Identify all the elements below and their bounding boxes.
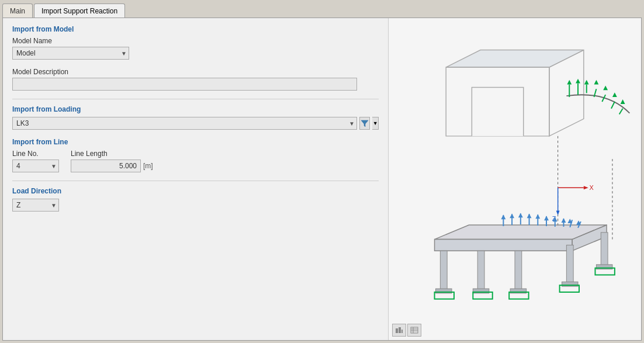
model-name-label: Model Name: [12, 37, 379, 45]
line-no-group: Line No. 4 ▼: [12, 150, 59, 172]
filter-button[interactable]: [359, 117, 370, 130]
filter-icon: [361, 119, 369, 127]
svg-rect-59: [477, 251, 484, 291]
tab-import-support[interactable]: Import Support Reaction: [34, 4, 125, 18]
table-icon: [410, 327, 418, 334]
load-direction-label: Load Direction: [12, 187, 379, 195]
svg-rect-67: [399, 327, 401, 333]
diagram-icon: [395, 327, 403, 334]
line-length-unit: [m]: [143, 160, 153, 172]
svg-rect-5: [472, 87, 523, 136]
import-from-loading-section: Import from Loading LK3 ▼ ▼: [12, 105, 379, 130]
svg-marker-29: [435, 240, 573, 251]
model-name-wrapper: Model ▼: [12, 47, 129, 60]
line-length-group: Line Length [m]: [71, 150, 153, 172]
table-button[interactable]: [407, 324, 421, 337]
filter-dropdown-btn[interactable]: ▼: [372, 117, 379, 130]
divider-2: [12, 181, 379, 181]
diagram-button[interactable]: [392, 324, 406, 337]
line-no-select-wrapper: 4 ▼: [12, 160, 59, 172]
import-from-model-section: Import from Model Model Name Model ▼: [12, 25, 379, 60]
line-length-input[interactable]: [71, 160, 141, 172]
load-direction-select[interactable]: Z: [12, 199, 59, 212]
svg-rect-55: [566, 245, 573, 284]
load-direction-section: Load Direction Z ▼: [12, 187, 379, 212]
import-from-line-section: Import from Line Line No. 4 ▼ Line Lengt…: [12, 138, 379, 172]
content-area: Import from Model Model Name Model ▼ Mod…: [2, 18, 642, 341]
import-from-line-label: Import from Line: [12, 138, 379, 146]
tab-main[interactable]: Main: [2, 4, 33, 18]
line-length-label: Line Length: [71, 150, 153, 158]
main-window: Main Import Support Reaction Import from…: [0, 0, 644, 343]
svg-rect-51: [440, 251, 447, 291]
import-from-model-label: Import from Model: [12, 25, 379, 33]
viewport-svg: X Z: [389, 18, 641, 340]
svg-rect-53: [515, 251, 522, 291]
left-panel: Import from Model Model Name Model ▼ Mod…: [3, 18, 389, 340]
line-no-select[interactable]: 4: [12, 160, 59, 172]
line-length-row: [m]: [71, 160, 153, 172]
tab-bar: Main Import Support Reaction: [0, 0, 644, 18]
svg-marker-0: [361, 120, 368, 127]
loading-row: LK3 ▼ ▼: [12, 117, 379, 130]
model-name-select[interactable]: Model: [12, 47, 129, 60]
svg-rect-57: [601, 233, 608, 267]
model-description-input[interactable]: [12, 78, 357, 91]
import-from-loading-label: Import from Loading: [12, 105, 379, 113]
svg-rect-69: [411, 327, 418, 333]
model-description-label: Model Description: [12, 68, 379, 76]
right-panel: X Z: [389, 18, 641, 340]
loading-select[interactable]: LK3: [12, 117, 357, 130]
load-direction-wrapper: Z ▼: [12, 199, 59, 212]
svg-rect-66: [396, 328, 398, 333]
line-no-label: Line No.: [12, 150, 59, 158]
line-row: Line No. 4 ▼ Line Length [m]: [12, 150, 379, 172]
svg-rect-68: [401, 330, 403, 333]
model-description-section: Model Description: [12, 68, 379, 91]
loading-select-wrapper: LK3 ▼: [12, 117, 357, 130]
divider-1: [12, 99, 379, 99]
bottom-toolbar: [392, 324, 421, 337]
svg-text:X: X: [590, 184, 594, 191]
